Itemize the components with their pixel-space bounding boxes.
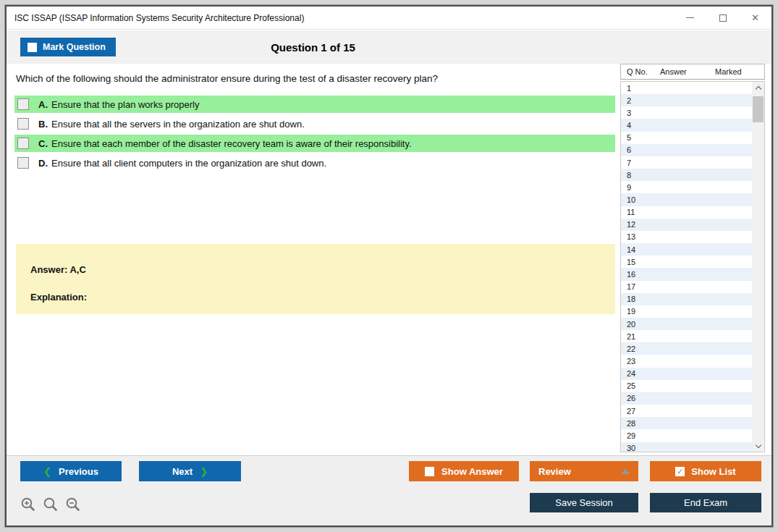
option-b-checkbox[interactable] — [17, 118, 29, 130]
option-d-checkbox[interactable] — [17, 157, 29, 169]
title-bar: ISC ISSAP (ISSAP Information Systems Sec… — [7, 7, 771, 30]
question-list-row[interactable]: 5 — [621, 132, 752, 144]
question-list-body: 1234567891011121314151617181920212223242… — [621, 82, 752, 452]
show-list-checkbox[interactable]: ✓ — [675, 467, 685, 476]
column-header-answer: Answer — [660, 67, 715, 76]
qlist-cell-q_no: 19 — [621, 307, 660, 316]
question-list-row[interactable]: 7 — [621, 156, 752, 169]
qlist-cell-q_no: 9 — [621, 183, 660, 192]
scroll-down-button[interactable] — [752, 440, 764, 452]
zoom-in-icon[interactable] — [20, 497, 36, 512]
question-list-row[interactable]: 29 — [621, 429, 752, 442]
zoom-out-icon[interactable] — [65, 497, 81, 512]
explanation-label: Explanation: — [30, 292, 601, 303]
option-b[interactable]: B. Ensure that all the servers in the or… — [14, 115, 615, 132]
question-list-row[interactable]: 13 — [621, 231, 752, 243]
show-answer-button[interactable]: Show Answer — [409, 461, 519, 481]
option-d[interactable]: D. Ensure that all client computers in t… — [14, 154, 615, 172]
question-list-row[interactable]: 2 — [621, 94, 752, 106]
qlist-cell-q_no: 2 — [621, 96, 660, 105]
question-list-row[interactable]: 19 — [621, 305, 752, 318]
triangle-up-icon — [621, 469, 630, 474]
question-list-row[interactable]: 27 — [621, 405, 752, 417]
question-list-row[interactable]: 21 — [621, 330, 752, 342]
qlist-cell-q_no: 24 — [621, 369, 660, 378]
chevron-left-icon: ❮ — [43, 466, 51, 477]
question-list-row[interactable]: 1 — [621, 82, 752, 94]
options-list: A. Ensure that the plan works properly B… — [14, 96, 615, 174]
question-counter: Question 1 of 15 — [7, 30, 620, 64]
qlist-cell-q_no: 8 — [621, 171, 660, 180]
option-text: Ensure that all the servers in the organ… — [51, 119, 305, 130]
next-button[interactable]: Next ❯ — [139, 461, 241, 481]
question-list-row[interactable]: 17 — [621, 281, 752, 293]
scroll-up-button[interactable] — [752, 82, 764, 93]
question-list-row[interactable]: 25 — [621, 380, 752, 392]
maximize-button[interactable] — [706, 7, 739, 29]
question-list-row[interactable]: 22 — [621, 342, 752, 355]
option-c[interactable]: C. Ensure that each member of the disast… — [14, 135, 615, 152]
previous-button[interactable]: ❮ Previous — [20, 461, 122, 481]
question-list-row[interactable]: 14 — [621, 243, 752, 256]
question-text: Which of the following should the admini… — [16, 73, 609, 84]
app-window: ISC ISSAP (ISSAP Information Systems Sec… — [5, 5, 773, 527]
close-icon: ✕ — [751, 13, 759, 22]
question-list-scrollbar[interactable] — [752, 82, 764, 452]
qlist-cell-q_no: 12 — [621, 220, 660, 229]
end-exam-label: End Exam — [684, 497, 727, 508]
qlist-cell-q_no: 15 — [621, 258, 660, 266]
question-list-row[interactable]: 24 — [621, 368, 752, 380]
review-button[interactable]: Review — [530, 461, 638, 481]
question-list: 1234567891011121314151617181920212223242… — [620, 81, 765, 452]
question-list-row[interactable]: 20 — [621, 318, 752, 330]
header-band: Mark Question Question 1 of 15 — [7, 30, 771, 64]
question-list-header: Q No. Answer Marked — [620, 64, 765, 80]
qlist-cell-q_no: 26 — [621, 394, 660, 402]
end-exam-button[interactable]: End Exam — [650, 493, 761, 512]
question-list-panel: Q No. Answer Marked 12345678910111213141… — [620, 64, 765, 452]
question-list-row[interactable]: 28 — [621, 417, 752, 429]
option-c-checkbox[interactable] — [17, 138, 29, 149]
question-list-row[interactable]: 6 — [621, 144, 752, 156]
question-list-row[interactable]: 9 — [621, 181, 752, 193]
question-list-row[interactable]: 26 — [621, 392, 752, 405]
qlist-cell-q_no: 7 — [621, 159, 660, 167]
question-list-row[interactable]: 15 — [621, 256, 752, 268]
check-icon: ✓ — [677, 468, 683, 476]
qlist-cell-q_no: 29 — [621, 431, 660, 440]
question-list-row[interactable]: 10 — [621, 193, 752, 206]
question-list-row[interactable]: 8 — [621, 169, 752, 181]
zoom-reset-icon[interactable] — [43, 497, 59, 512]
qlist-cell-q_no: 3 — [621, 109, 660, 117]
qlist-cell-q_no: 22 — [621, 345, 660, 353]
column-header-qno: Q No. — [621, 67, 660, 76]
question-list-row[interactable]: 4 — [621, 119, 752, 131]
question-list-row[interactable]: 11 — [621, 206, 752, 219]
qlist-cell-q_no: 17 — [621, 282, 660, 291]
qlist-cell-q_no: 14 — [621, 245, 660, 254]
option-a[interactable]: A. Ensure that the plan works properly — [14, 96, 615, 113]
question-list-row[interactable]: 16 — [621, 268, 752, 280]
previous-label: Previous — [59, 466, 98, 477]
window-title: ISC ISSAP (ISSAP Information Systems Sec… — [7, 13, 304, 23]
minimize-button[interactable] — [674, 7, 706, 29]
option-a-checkbox[interactable] — [17, 98, 29, 110]
minimize-icon — [686, 17, 694, 18]
show-list-button[interactable]: ✓ Show List — [650, 461, 761, 481]
question-list-row[interactable]: 3 — [621, 106, 752, 119]
option-text: Ensure that all client computers in the … — [51, 158, 326, 169]
qlist-cell-q_no: 13 — [621, 232, 660, 241]
answer-label: Answer: A,C — [30, 264, 601, 275]
question-list-row[interactable]: 23 — [621, 355, 752, 367]
qlist-cell-q_no: 21 — [621, 332, 660, 341]
show-answer-checkbox[interactable] — [425, 467, 434, 476]
qlist-cell-q_no: 16 — [621, 270, 660, 279]
question-list-row[interactable]: 30 — [621, 442, 752, 452]
question-list-row[interactable]: 12 — [621, 219, 752, 231]
qlist-cell-q_no: 1 — [621, 84, 660, 93]
close-button[interactable]: ✕ — [739, 7, 771, 29]
save-session-button[interactable]: Save Session — [530, 493, 638, 512]
question-list-row[interactable]: 18 — [621, 293, 752, 305]
window-controls: ✕ — [674, 7, 771, 29]
scrollbar-thumb[interactable] — [753, 96, 764, 122]
